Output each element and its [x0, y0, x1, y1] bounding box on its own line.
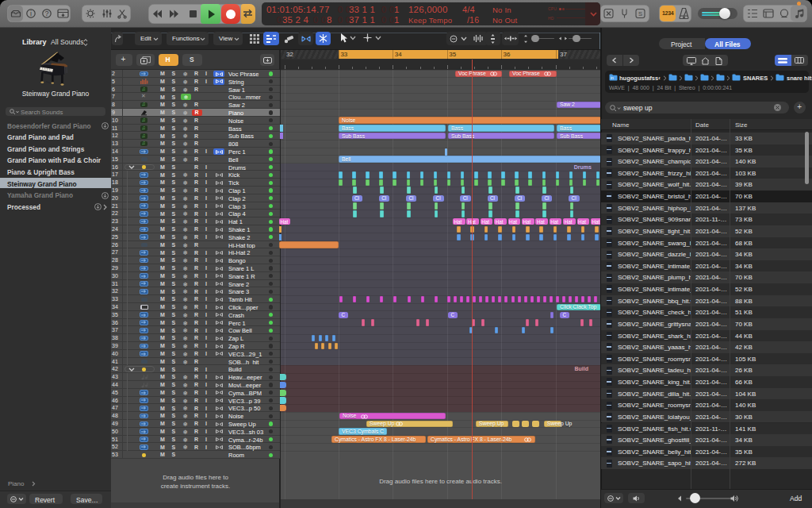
- svg-text:?: ?: [44, 10, 48, 17]
- svg-text:S: S: [638, 10, 642, 17]
- svg-text:in: in: [611, 75, 614, 80]
- svg-text:i: i: [30, 10, 32, 17]
